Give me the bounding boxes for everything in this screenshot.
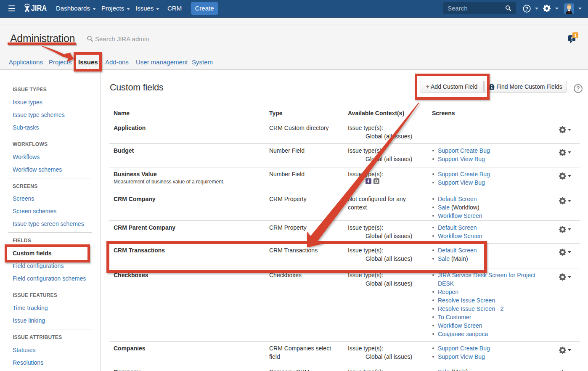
svg-text:1: 1	[574, 33, 577, 38]
svg-text:?: ?	[525, 6, 528, 12]
